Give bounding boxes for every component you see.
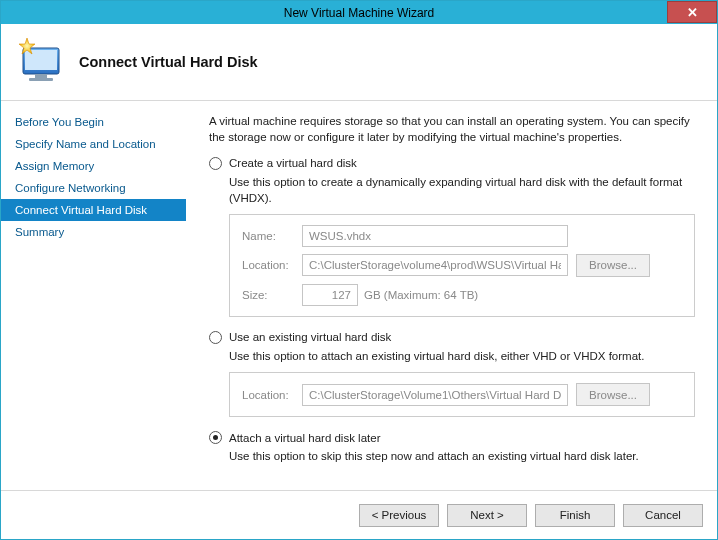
intro-text: A virtual machine requires storage so th…: [209, 113, 695, 145]
create-vhd-form: Name: Location: Browse... Size: GB (Maxi…: [229, 214, 695, 317]
browse-existing-button[interactable]: Browse...: [576, 383, 650, 406]
close-button[interactable]: ✕: [667, 1, 717, 23]
row-size: Size: GB (Maximum: 64 TB): [242, 284, 682, 306]
sidebar-item-specify-name[interactable]: Specify Name and Location: [1, 133, 186, 155]
label-location: Location:: [242, 259, 302, 271]
svg-rect-1: [25, 50, 57, 70]
option-use-existing-desc: Use this option to attach an existing vi…: [229, 348, 695, 364]
sidebar-item-before-you-begin[interactable]: Before You Begin: [1, 111, 186, 133]
input-vhd-size[interactable]: [302, 284, 358, 306]
sidebar-item-configure-networking[interactable]: Configure Networking: [1, 177, 186, 199]
label-size: Size:: [242, 289, 302, 301]
label-name: Name:: [242, 230, 302, 242]
wizard-header: Connect Virtual Hard Disk: [1, 24, 717, 100]
sidebar-item-summary[interactable]: Summary: [1, 221, 186, 243]
sidebar-item-assign-memory[interactable]: Assign Memory: [1, 155, 186, 177]
previous-button[interactable]: < Previous: [359, 504, 439, 527]
page-title: Connect Virtual Hard Disk: [79, 54, 258, 70]
monitor-icon: [15, 36, 67, 88]
radio-create-vhd[interactable]: [209, 157, 222, 170]
option-use-existing-head[interactable]: Use an existing virtual hard disk: [209, 331, 695, 344]
label-existing-location: Location:: [242, 389, 302, 401]
content-panel: A virtual machine requires storage so th…: [187, 101, 717, 491]
option-create-vhd-desc: Use this option to create a dynamically …: [229, 174, 695, 206]
row-name: Name:: [242, 225, 682, 247]
close-icon: ✕: [687, 5, 698, 20]
titlebar: New Virtual Machine Wizard ✕: [1, 1, 717, 24]
finish-button[interactable]: Finish: [535, 504, 615, 527]
option-create-vhd: Create a virtual hard disk Use this opti…: [209, 157, 695, 317]
option-use-existing-title: Use an existing virtual hard disk: [229, 331, 391, 343]
sidebar-item-connect-vhd[interactable]: Connect Virtual Hard Disk: [1, 199, 186, 221]
next-button[interactable]: Next >: [447, 504, 527, 527]
option-use-existing: Use an existing virtual hard disk Use th…: [209, 331, 695, 417]
cancel-button[interactable]: Cancel: [623, 504, 703, 527]
input-vhd-location[interactable]: [302, 254, 568, 276]
option-attach-later-head[interactable]: Attach a virtual hard disk later: [209, 431, 695, 444]
sidebar: Before You Begin Specify Name and Locati…: [1, 101, 187, 491]
option-attach-later-title: Attach a virtual hard disk later: [229, 432, 381, 444]
window-title: New Virtual Machine Wizard: [284, 6, 435, 20]
row-existing-location: Location: Browse...: [242, 383, 682, 406]
wizard-body: Before You Begin Specify Name and Locati…: [1, 101, 717, 491]
input-vhd-name[interactable]: [302, 225, 568, 247]
radio-use-existing[interactable]: [209, 331, 222, 344]
option-attach-later: Attach a virtual hard disk later Use thi…: [209, 431, 695, 464]
existing-vhd-form: Location: Browse...: [229, 372, 695, 417]
option-create-vhd-title: Create a virtual hard disk: [229, 157, 357, 169]
browse-create-button[interactable]: Browse...: [576, 254, 650, 277]
size-suffix: GB (Maximum: 64 TB): [364, 289, 478, 301]
option-create-vhd-head[interactable]: Create a virtual hard disk: [209, 157, 695, 170]
svg-rect-3: [29, 78, 53, 81]
row-location: Location: Browse...: [242, 254, 682, 277]
svg-rect-2: [35, 74, 47, 78]
input-existing-location[interactable]: [302, 384, 568, 406]
wizard-footer: < Previous Next > Finish Cancel: [1, 490, 717, 539]
radio-attach-later[interactable]: [209, 431, 222, 444]
option-attach-later-desc: Use this option to skip this step now an…: [229, 448, 695, 464]
wizard-window: New Virtual Machine Wizard ✕: [0, 0, 718, 540]
